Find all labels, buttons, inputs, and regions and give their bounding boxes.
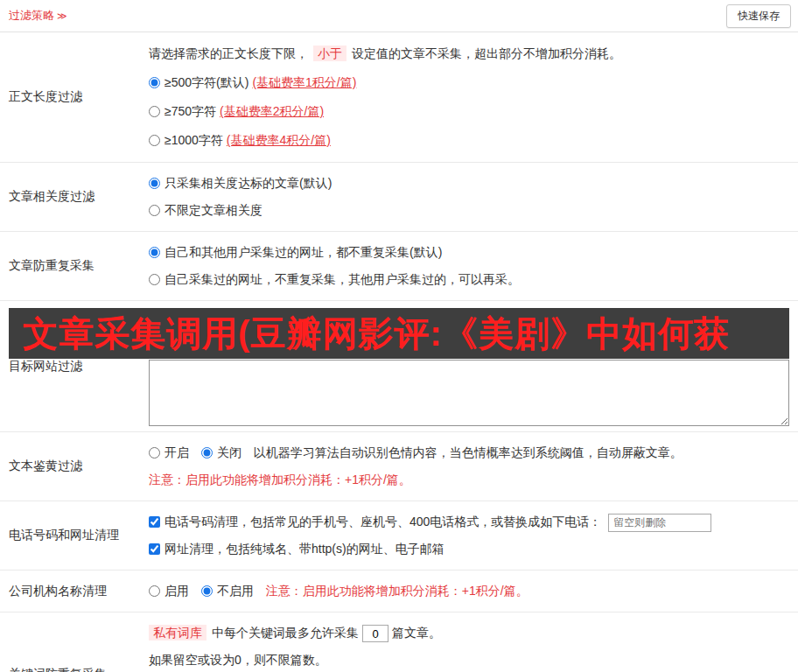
company-option-enable[interactable]: 启用	[149, 584, 192, 598]
length-filter-intro: 请选择需求的正文长度下限，小于设定值的文章不采集，超出部分不增加积分消耗。	[149, 39, 789, 68]
company-radio-enable[interactable]	[149, 585, 160, 597]
option-label: ≥1000字符	[164, 133, 223, 147]
keyword-note-empty: 如果留空或设为0，则不限篇数。	[149, 647, 789, 672]
option-label: 不限定文章相关度	[164, 203, 262, 217]
length-option-750[interactable]: ≥750字符(基础费率2积分/篇)	[149, 97, 789, 126]
phone-clean-option[interactable]: 电话号码清理，包括常见的手机号、座机号、400电话格式，或替换成如下电话：	[149, 514, 605, 528]
row-label-body-length: 正文长度过滤	[0, 32, 149, 162]
page-title-text: 过滤策略	[9, 9, 54, 22]
url-clean-checkbox[interactable]	[149, 543, 160, 555]
row-label-porn-filter: 文本鉴黄过滤	[0, 432, 149, 500]
phone-clean-checkbox[interactable]	[149, 516, 160, 528]
row-body-length-filter: 正文长度过滤 请选择需求的正文长度下限，小于设定值的文章不采集，超出部分不增加积…	[0, 32, 798, 163]
page-title[interactable]: 过滤策略≫	[9, 8, 67, 24]
fee-note: (基础费率1积分/篇)	[252, 75, 356, 89]
keyword-count-input[interactable]	[362, 625, 388, 642]
option-label: ≥750字符	[164, 104, 216, 118]
company-clean-line: 启用 不启用 注意：启用此功能将增加积分消耗：+1积分/篇。	[149, 578, 789, 605]
phone-clean-line: 电话号码清理，包括常见的手机号、座机号、400电话格式，或替换成如下电话：	[149, 508, 789, 536]
chevron-down-icon: ≫	[57, 10, 67, 21]
row-label-phone-url: 电话号码和网址清理	[0, 501, 149, 570]
replacement-phone-input[interactable]	[608, 514, 711, 532]
row-porn-filter: 文本鉴黄过滤 开启 关闭 以机器学习算法自动识别色情内容，当色情概率达到系统阈值…	[0, 432, 798, 501]
fee-note: (基础费率2积分/篇)	[220, 104, 324, 118]
dedup-radio-global[interactable]	[149, 247, 160, 258]
overlay-banner-text: 文章采集调用(豆瓣网影评:《美剧》中如何获	[23, 310, 730, 358]
porn-radio-on[interactable]	[149, 447, 160, 458]
option-label: 不启用	[217, 584, 254, 598]
intro-pre: 请选择需求的正文长度下限，	[149, 46, 308, 60]
overlay-banner: 文章采集调用(豆瓣网影评:《美剧》中如何获	[9, 308, 789, 359]
blocked-sites-textarea[interactable]	[149, 360, 789, 426]
intro-highlight: 小于	[313, 46, 346, 61]
length-radio-500[interactable]	[149, 77, 160, 88]
row-label-company-clean: 公司机构名称清理	[0, 570, 149, 612]
dedup-option-self[interactable]: 自己采集过的网址，不重复采集，其他用户采集过的，可以再采。	[149, 266, 789, 293]
length-option-1000[interactable]: ≥1000字符(基础费率4积分/篇)	[149, 126, 789, 155]
length-radio-750[interactable]	[149, 106, 160, 117]
fee-note: (基础费率4积分/篇)	[227, 133, 331, 147]
relevance-option-any[interactable]: 不限定文章相关度	[149, 197, 789, 224]
private-lexicon-highlight: 私有词库	[149, 625, 206, 640]
page-header: 过滤策略≫ 快速保存	[0, 0, 798, 32]
company-radio-disable[interactable]	[201, 585, 213, 597]
company-clean-warning: 注意：启用此功能将增加积分消耗：+1积分/篇。	[266, 584, 528, 598]
row-keyword-dedup: 关键词防重复采集 私有词库中每个关键词最多允许采集篇文章。 如果留空或设为0，则…	[0, 612, 798, 672]
row-relevance-filter: 文章相关度过滤 只采集相关度达标的文章(默认) 不限定文章相关度	[0, 163, 798, 232]
url-clean-option[interactable]: 网址清理，包括纯域名、带http(s)的网址、电子邮箱	[149, 536, 789, 563]
intro-post: 设定值的文章不采集，超出部分不增加积分消耗。	[352, 46, 621, 60]
length-radio-1000[interactable]	[149, 135, 160, 146]
porn-option-off[interactable]: 关闭	[201, 445, 245, 459]
option-label: 自己和其他用户采集过的网址，都不重复采集(默认)	[164, 245, 442, 259]
porn-option-on[interactable]: 开启	[149, 445, 192, 459]
relevance-option-strict[interactable]: 只采集相关度达标的文章(默认)	[149, 170, 789, 197]
dedup-radio-self[interactable]	[149, 274, 160, 285]
row-label-dedup: 文章防重复采集	[0, 232, 149, 300]
porn-radio-off[interactable]	[201, 447, 213, 458]
option-label: ≥500字符(默认)	[164, 75, 248, 89]
option-label: 开启	[164, 445, 189, 459]
row-company-clean: 公司机构名称清理 启用 不启用 注意：启用此功能将增加积分消耗：+1积分/篇。	[0, 570, 798, 612]
row-phone-url-clean: 电话号码和网址清理 电话号码清理，包括常见的手机号、座机号、400电话格式，或替…	[0, 501, 798, 570]
porn-filter-warning: 注意：启用此功能将增加积分消耗：+1积分/篇。	[149, 466, 789, 494]
row-dedup-filter: 文章防重复采集 自己和其他用户采集过的网址，都不重复采集(默认) 自己采集过的网…	[0, 232, 798, 301]
option-label: 自己采集过的网址，不重复采集，其他用户采集过的，可以再采。	[164, 272, 520, 286]
option-label: 网址清理，包括纯域名、带http(s)的网址、电子邮箱	[164, 542, 444, 556]
porn-filter-options: 开启 关闭 以机器学习算法自动识别色情内容，当色情概率达到系统阈值，自动屏蔽文章…	[149, 439, 789, 466]
relevance-radio-strict[interactable]	[149, 178, 160, 189]
porn-filter-description: 以机器学习算法自动识别色情内容，当色情概率达到系统阈值，自动屏蔽文章。	[254, 445, 682, 459]
option-label: 电话号码清理，包括常见的手机号、座机号、400电话格式，或替换成如下电话：	[164, 514, 601, 528]
keyword-limit-mid: 中每个关键词最多允许采集	[212, 626, 359, 640]
keyword-limit-line: 私有词库中每个关键词最多允许采集篇文章。	[149, 620, 789, 647]
option-label: 只采集相关度达标的文章(默认)	[164, 176, 332, 190]
keyword-limit-post: 篇文章。	[392, 626, 441, 640]
quick-save-button[interactable]: 快速保存	[726, 4, 791, 28]
option-label: 启用	[164, 584, 189, 598]
company-option-disable[interactable]: 不启用	[201, 584, 257, 598]
row-label-keyword-dedup: 关键词防重复采集	[0, 612, 149, 672]
length-option-500[interactable]: ≥500字符(默认)(基础费率1积分/篇)	[149, 68, 789, 97]
relevance-radio-any[interactable]	[149, 205, 160, 216]
dedup-option-global[interactable]: 自己和其他用户采集过的网址，都不重复采集(默认)	[149, 239, 789, 266]
option-label: 关闭	[217, 445, 242, 459]
row-label-relevance: 文章相关度过滤	[0, 163, 149, 231]
